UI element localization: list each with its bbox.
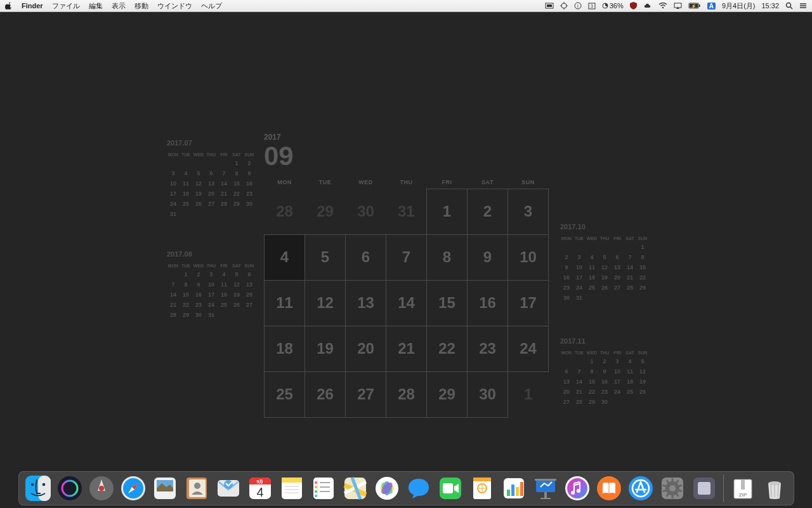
- dock-app-mail[interactable]: [214, 474, 242, 502]
- dock-app-itunes[interactable]: [563, 474, 591, 502]
- dock-app-messages[interactable]: [405, 474, 433, 502]
- mini-cal-day: [218, 310, 230, 320]
- mini-cal-day: 25: [180, 199, 192, 209]
- mini-cal-day: 9: [560, 262, 573, 272]
- mini-cal-day: [205, 209, 218, 219]
- dock-container: 9月4ZIP: [0, 471, 812, 505]
- mini-cal-day: 16: [598, 377, 611, 387]
- status-shield-icon[interactable]: [630, 2, 637, 10]
- mini-cal-day: 7: [218, 168, 230, 178]
- mini-cal-day: 9: [598, 366, 611, 377]
- status-cloud-icon[interactable]: [643, 3, 652, 9]
- dock-app-facetime[interactable]: [436, 474, 464, 502]
- main-cal-day: 16: [468, 280, 508, 326]
- mini-cal-dow: MON: [167, 262, 180, 269]
- status-battery-percent[interactable]: 36%: [602, 2, 624, 10]
- main-cal-day: 22: [427, 326, 468, 371]
- mini-cal-day: 4: [180, 168, 192, 178]
- svg-rect-70: [511, 485, 514, 496]
- main-cal-year: 2017: [264, 133, 551, 142]
- mini-cal-day: 28: [167, 310, 180, 320]
- dock-separator: [723, 474, 724, 502]
- mini-calendar-nov: 2017.11MONTUEWEDTHUFRISATSUN123456789101…: [560, 337, 649, 407]
- mini-cal-day: 16: [560, 272, 573, 283]
- mini-cal-day: [636, 397, 649, 407]
- mini-cal-day: 21: [573, 387, 586, 397]
- mini-cal-dow: FRI: [611, 349, 624, 356]
- dock-zip[interactable]: ZIP: [729, 474, 757, 502]
- dock-app-launchpad[interactable]: [88, 474, 115, 502]
- main-cal-day: 2: [468, 189, 508, 234]
- mini-cal-day: [573, 356, 586, 366]
- mini-cal-day: 13: [243, 279, 256, 290]
- dock-app-appstore[interactable]: [627, 474, 655, 502]
- mini-cal-day: 10: [611, 366, 624, 377]
- status-icon-3[interactable]: i: [574, 2, 582, 10]
- svg-rect-88: [671, 478, 673, 482]
- mini-cal-day: 9: [243, 168, 256, 178]
- mini-cal-day: 11: [624, 366, 636, 377]
- menu-go[interactable]: 移動: [134, 1, 148, 11]
- mini-cal-day: 24: [573, 283, 586, 293]
- status-battery-icon[interactable]: ⚡: [688, 3, 701, 9]
- main-cal-day: 30: [346, 189, 386, 234]
- dock-app-notes[interactable]: [278, 474, 306, 502]
- main-cal-dow: FRI: [427, 176, 468, 189]
- mini-cal-day: 7: [167, 279, 180, 290]
- menu-help[interactable]: ヘルプ: [201, 1, 222, 11]
- mini-cal-day: 15: [636, 262, 649, 272]
- mini-cal-day: 16: [192, 290, 205, 300]
- notification-center-icon[interactable]: [799, 3, 807, 9]
- status-wifi-icon[interactable]: [658, 3, 667, 9]
- mini-cal-day: [560, 242, 573, 252]
- status-calendar-icon[interactable]: 3: [588, 2, 596, 10]
- menu-edit[interactable]: 編集: [89, 1, 103, 11]
- mini-cal-day: 2: [598, 356, 611, 366]
- dock-app-calendar[interactable]: 9月4: [246, 474, 274, 502]
- menubar-app-name[interactable]: Finder: [22, 2, 43, 10]
- main-cal-day: 9: [468, 234, 508, 280]
- menu-file[interactable]: ファイル: [52, 1, 80, 11]
- status-airplay-icon[interactable]: [674, 3, 682, 10]
- dock-app-app22[interactable]: [690, 474, 718, 502]
- dock-app-siri[interactable]: [56, 474, 84, 502]
- dock-trash[interactable]: [761, 474, 789, 502]
- mini-cal-day: 31: [573, 293, 586, 303]
- dock-app-photos[interactable]: [373, 474, 401, 502]
- menu-view[interactable]: 表示: [112, 1, 126, 11]
- mini-cal-day: 26: [192, 199, 205, 209]
- dock-app-reminders[interactable]: [310, 474, 337, 502]
- svg-rect-42: [282, 478, 302, 483]
- dock-app-pages[interactable]: [468, 474, 496, 502]
- apple-menu[interactable]: [5, 2, 13, 10]
- dock-app-ibooks[interactable]: [595, 474, 623, 502]
- mini-cal-day: [586, 242, 598, 252]
- mini-cal-dow: SUN: [636, 349, 649, 356]
- main-cal-day: 30: [468, 371, 508, 417]
- dock-app-finder[interactable]: [24, 474, 52, 502]
- menu-window[interactable]: ウインドウ: [157, 1, 192, 11]
- dock-app-keynote[interactable]: [532, 474, 560, 502]
- status-icon-1[interactable]: [545, 3, 554, 9]
- mini-cal-dow: TUE: [180, 262, 192, 269]
- input-source-badge[interactable]: A: [707, 3, 716, 10]
- dock-app-contacts[interactable]: [183, 474, 211, 502]
- mini-cal-day: 13: [560, 377, 573, 387]
- dock-app-safari[interactable]: [119, 474, 147, 502]
- svg-rect-93: [671, 495, 673, 498]
- dock-app-numbers[interactable]: [500, 474, 528, 502]
- mini-cal-day: 2: [560, 252, 573, 262]
- menubar-time[interactable]: 15:32: [761, 2, 779, 10]
- menubar: Finder ファイル 編集 表示 移動 ウインドウ ヘルプ i 3 36% ⚡…: [0, 0, 812, 12]
- mini-cal-day: 5: [598, 252, 611, 262]
- svg-rect-71: [516, 487, 519, 496]
- dock-app-settings[interactable]: [658, 474, 686, 502]
- menubar-date[interactable]: 9月4日(月): [722, 1, 756, 11]
- dock-app-preview[interactable]: [151, 474, 179, 502]
- spotlight-icon[interactable]: [785, 2, 793, 10]
- mini-cal-day: [192, 209, 205, 219]
- dock-app-maps[interactable]: [341, 474, 369, 502]
- mini-cal-dow: SAT: [230, 150, 243, 158]
- svg-rect-11: [698, 4, 700, 7]
- status-icon-2[interactable]: [560, 2, 568, 10]
